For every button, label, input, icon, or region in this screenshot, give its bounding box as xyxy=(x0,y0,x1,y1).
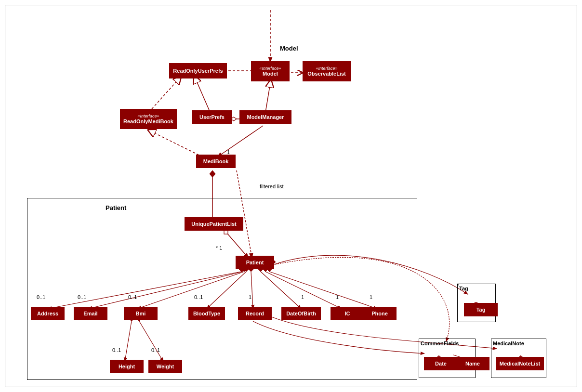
email-box[interactable]: Email xyxy=(74,307,107,320)
interface-readonly-medibook-box[interactable]: «Interface» ReadOnlyMediBook xyxy=(120,109,177,129)
name-box[interactable]: Name xyxy=(456,357,489,370)
model-section-label: Model xyxy=(280,45,298,52)
interface-observable-box[interactable]: «Interface» ObservableList xyxy=(303,61,351,81)
lbl-0-1-email: 0..1 xyxy=(78,294,86,300)
lbl-0-1-address: 0..1 xyxy=(37,294,45,300)
interface-model-box[interactable]: «Interface» Model xyxy=(251,61,290,81)
svg-line-9 xyxy=(151,131,203,157)
svg-line-5 xyxy=(265,83,270,112)
medibook-box[interactable]: MediBook xyxy=(196,155,236,168)
record-box[interactable]: Record xyxy=(238,307,272,320)
lbl-1-medibook: 1 xyxy=(227,149,230,155)
lbl-star-1: * 1 xyxy=(216,245,222,251)
address-box[interactable]: Address xyxy=(31,307,65,320)
ic-box[interactable]: IC xyxy=(331,307,364,320)
patient-section-label: Patient xyxy=(106,204,126,211)
date-of-birth-box[interactable]: DateOfBirth xyxy=(281,307,321,320)
weight-box[interactable]: Weight xyxy=(148,360,182,373)
lbl-1-ic: 1 xyxy=(336,294,339,300)
medical-note-list-box[interactable]: MedicalNoteList xyxy=(496,357,544,370)
lbl-1-dob: 1 xyxy=(301,294,304,300)
lbl-0-1-weight: 0..1 xyxy=(151,347,160,353)
svg-marker-11 xyxy=(210,170,215,177)
diagram-container: Model Patient CommonFields MedicalNote T… xyxy=(5,5,577,387)
lbl-1-phone: 1 xyxy=(370,294,372,300)
lbl-0-1-height: 0..1 xyxy=(112,347,121,353)
readonly-user-prefs-box[interactable]: ReadOnlyUserPrefs xyxy=(169,63,227,78)
tag-outer-label: Tag xyxy=(459,286,468,291)
unique-patient-list-box[interactable]: UniquePatientList xyxy=(185,217,243,231)
lbl-0-1-bmi: 0..1 xyxy=(128,294,137,300)
date-box[interactable]: Date xyxy=(424,357,458,370)
lbl-0-1-bt: 0..1 xyxy=(194,294,203,300)
user-prefs-box[interactable]: UserPrefs xyxy=(192,110,232,124)
phone-box[interactable]: Phone xyxy=(363,307,397,320)
height-box[interactable]: Height xyxy=(110,360,144,373)
svg-line-4 xyxy=(149,79,179,112)
lbl-star-tag: * xyxy=(457,283,459,288)
svg-line-8 xyxy=(217,126,263,157)
lbl-1-record: 1 xyxy=(249,294,251,300)
patient-box[interactable]: Patient xyxy=(236,256,274,269)
svg-line-3 xyxy=(196,79,210,112)
filtered-list-label: filtered list xyxy=(260,183,284,189)
bmi-box[interactable]: Bmi xyxy=(124,307,158,320)
model-manager-box[interactable]: ModelManager xyxy=(239,110,291,124)
common-fields-label: CommonFields xyxy=(421,340,459,346)
tag-inner-box[interactable]: Tag xyxy=(464,303,498,316)
medical-note-label: MedicalNote xyxy=(493,340,524,346)
blood-type-box[interactable]: BloodType xyxy=(188,307,225,320)
